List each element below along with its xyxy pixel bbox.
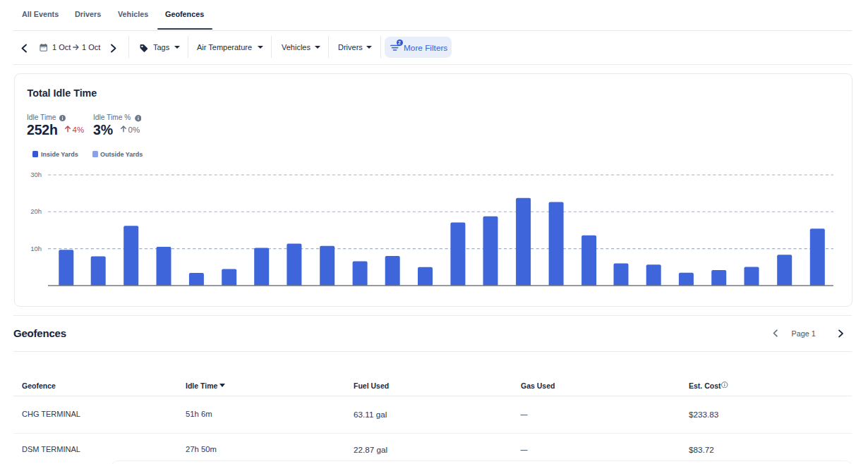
svg-text:30h: 30h [30, 171, 42, 178]
svg-text:20h: 20h [30, 207, 42, 215]
svg-text:10h: 10h [30, 245, 42, 252]
